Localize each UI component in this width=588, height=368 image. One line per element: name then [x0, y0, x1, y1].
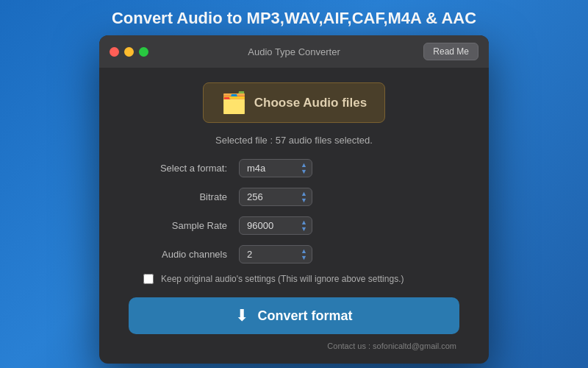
- sample-rate-row: Sample Rate 44100 48000 96000 192000 ▲ ▼: [129, 216, 459, 235]
- format-select-container: mp3 wav aif caf m4a aac ▲ ▼: [239, 159, 312, 177]
- folder-icon: 🗂️: [221, 91, 247, 115]
- audio-channels-row: Audio channels 1 2 ▲ ▼: [129, 245, 459, 263]
- bitrate-select[interactable]: 64 128 192 256 320: [240, 188, 312, 205]
- sample-rate-label: Sample Rate: [136, 220, 239, 231]
- audio-channels-select-container: 1 2 ▲ ▼: [239, 245, 312, 263]
- format-label: Select a format:: [136, 163, 239, 174]
- close-button[interactable]: [110, 47, 119, 57]
- convert-button[interactable]: ⬇ Convert format: [129, 297, 459, 334]
- app-window: Audio Type Converter Read Me 🗂️ Choose A…: [99, 35, 489, 364]
- traffic-lights: [110, 47, 148, 57]
- sample-rate-select[interactable]: 44100 48000 96000 192000: [240, 217, 312, 234]
- read-me-button[interactable]: Read Me: [423, 43, 478, 60]
- titlebar: Audio Type Converter Read Me: [99, 35, 489, 68]
- bitrate-row: Bitrate 64 128 192 256 320 ▲ ▼: [129, 188, 459, 206]
- window-content: 🗂️ Choose Audio files Selected file : 57…: [99, 68, 489, 364]
- choose-files-button[interactable]: 🗂️ Choose Audio files: [203, 82, 385, 123]
- window-title: Audio Type Converter: [248, 46, 340, 57]
- download-icon: ⬇: [235, 306, 248, 325]
- format-select[interactable]: mp3 wav aif caf m4a aac: [240, 160, 312, 177]
- selected-file-info: Selected file : 57 audio files selected.: [129, 135, 459, 146]
- page-title: Convert Audio to MP3,WAV,AIF,CAF,M4A & A…: [0, 0, 588, 35]
- bitrate-select-container: 64 128 192 256 320 ▲ ▼: [239, 188, 312, 206]
- choose-files-label: Choose Audio files: [254, 96, 367, 110]
- sample-rate-select-container: 44100 48000 96000 192000 ▲ ▼: [239, 216, 312, 235]
- audio-channels-label: Audio channels: [136, 249, 239, 260]
- keep-original-checkbox[interactable]: [143, 274, 154, 284]
- format-row: Select a format: mp3 wav aif caf m4a aac…: [129, 159, 459, 177]
- keep-original-label: Keep original audio's settings (This wil…: [161, 274, 404, 284]
- maximize-button[interactable]: [139, 47, 148, 57]
- convert-label: Convert format: [257, 308, 352, 324]
- minimize-button[interactable]: [124, 47, 134, 57]
- audio-channels-select[interactable]: 1 2: [240, 246, 312, 263]
- contact-info: Contact us : sofonicaltd@gmail.com: [129, 342, 459, 350]
- bitrate-label: Bitrate: [136, 191, 239, 202]
- keep-original-row: Keep original audio's settings (This wil…: [143, 274, 459, 284]
